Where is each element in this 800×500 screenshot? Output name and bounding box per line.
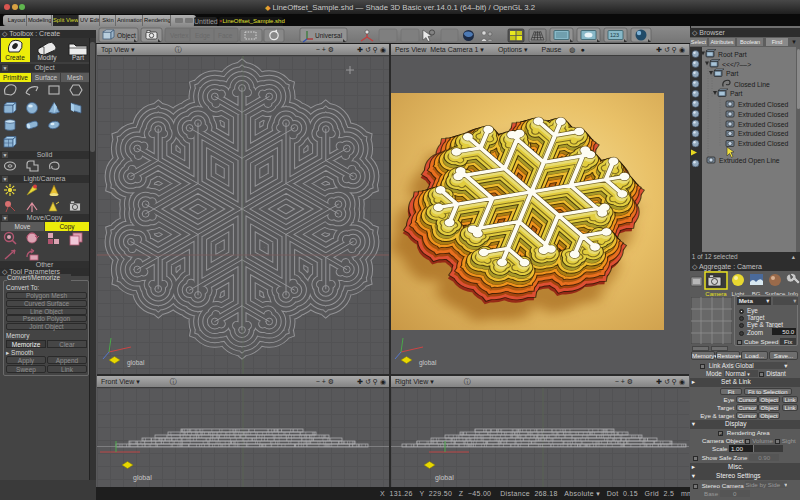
svg-text:Extruded Closed: Extruded Closed xyxy=(738,121,788,128)
svg-text:Root Part: Root Part xyxy=(718,51,747,58)
svg-text:global: global xyxy=(127,359,145,367)
svg-text:Extruded Closed: Extruded Closed xyxy=(738,101,788,108)
svg-text:Closed Line: Closed Line xyxy=(734,81,770,88)
svg-text:Modify: Modify xyxy=(37,54,57,62)
svg-text:Vertex: Vertex xyxy=(170,32,189,39)
svg-text:Part: Part xyxy=(730,90,743,97)
svg-text:Universal: Universal xyxy=(315,32,343,39)
svg-text:Extruded Closed: Extruded Closed xyxy=(738,140,788,147)
svg-text:Edge: Edge xyxy=(195,32,211,40)
svg-text:123: 123 xyxy=(610,32,619,38)
svg-text:global: global xyxy=(419,359,437,367)
svg-text:Part: Part xyxy=(726,70,739,77)
svg-text:Extruded Open Line: Extruded Open Line xyxy=(719,157,780,165)
svg-text:Object: Object xyxy=(117,32,136,40)
svg-text:Extruded Closed: Extruded Closed xyxy=(738,111,788,118)
svg-text:<<</?––>: <<</?––> xyxy=(722,61,751,68)
svg-text:Part: Part xyxy=(72,54,84,61)
svg-text:Create: Create xyxy=(5,54,25,61)
svg-text:global: global xyxy=(435,474,454,482)
svg-text:Face: Face xyxy=(218,32,233,39)
svg-text:global: global xyxy=(133,474,152,482)
svg-text:Extruded Closed: Extruded Closed xyxy=(738,130,788,137)
